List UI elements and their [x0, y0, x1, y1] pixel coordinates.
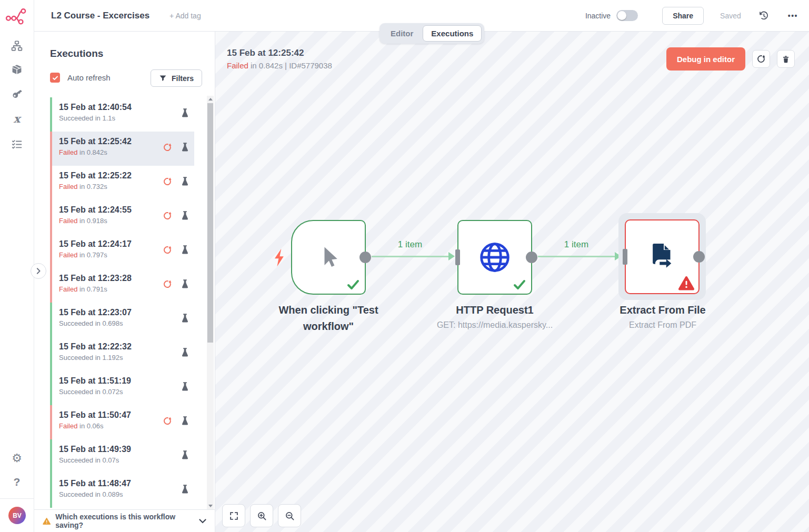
panel-collapse-button[interactable]: [31, 263, 46, 279]
execution-duration: in 0.797s: [79, 251, 107, 259]
workflow-canvas[interactable]: 15 Feb at 12:25:42 Failed in 0.842s | ID…: [215, 32, 809, 532]
retry-icon[interactable]: [163, 245, 172, 255]
canvas-controls: [222, 504, 301, 527]
node-label: When clicking "Test workflow": [255, 302, 402, 335]
debug-in-editor-button[interactable]: Debug in editor: [666, 47, 745, 71]
execution-item[interactable]: 15 Feb at 12:23:07 Succeeded in 0.698s: [50, 303, 194, 337]
debug-flask-icon[interactable]: [181, 279, 189, 289]
settings-button[interactable]: ⚙: [0, 453, 34, 464]
execution-duration: in 1.1s: [95, 114, 115, 122]
debug-flask-icon[interactable]: [181, 177, 189, 186]
execution-status: Succeeded: [59, 490, 93, 498]
execution-status: Failed: [59, 217, 77, 225]
execution-status: Failed: [59, 148, 77, 156]
execution-duration: in 0.918s: [79, 217, 107, 225]
execution-item[interactable]: 15 Feb at 12:40:54 Succeeded in 1.1s: [50, 97, 194, 132]
filters-button[interactable]: Filters: [151, 69, 202, 87]
execution-item[interactable]: 15 Feb at 12:23:28 Failed in 0.791s: [50, 268, 194, 303]
retry-icon[interactable]: [163, 177, 172, 186]
help-button[interactable]: ?: [0, 476, 34, 487]
retry-icon[interactable]: [163, 416, 172, 426]
execution-duration: in 0.089s: [95, 490, 123, 498]
activation-toggle[interactable]: [616, 10, 638, 21]
delete-execution-button[interactable]: [777, 50, 795, 68]
connection-line: [538, 256, 615, 257]
node-manual-trigger[interactable]: [291, 220, 366, 295]
execution-item[interactable]: 15 Feb at 12:24:17 Failed in 0.797s: [50, 234, 194, 268]
node-name: Extract From File: [589, 302, 736, 318]
zoom-in-button[interactable]: [250, 504, 273, 527]
zoom-to-fit-button[interactable]: [222, 504, 245, 527]
retry-icon[interactable]: [163, 279, 172, 289]
scroll-up-arrow[interactable]: [207, 96, 214, 103]
zoom-out-button[interactable]: [278, 504, 301, 527]
output-connector: [526, 252, 537, 263]
share-button[interactable]: Share: [662, 7, 704, 25]
variables-icon: x: [14, 113, 21, 124]
debug-flask-icon[interactable]: [181, 348, 189, 357]
success-check-icon: [347, 279, 359, 290]
app-sidebar: x ⚙ ? BV: [0, 0, 34, 532]
executions-list: 15 Feb at 12:40:54 Succeeded in 1.1s 15 …: [50, 97, 194, 509]
sidebar-item-all-executions[interactable]: [0, 138, 34, 150]
connection-arrow-icon: [448, 252, 455, 260]
executions-scrollbar[interactable]: [207, 96, 214, 509]
auto-refresh-checkbox[interactable]: Auto refresh: [50, 73, 111, 83]
add-tag-button[interactable]: + Add tag: [169, 12, 201, 20]
node-http-request[interactable]: [457, 220, 532, 295]
debug-flask-icon[interactable]: [181, 382, 189, 392]
output-connector: [359, 252, 371, 263]
retry-icon: [756, 54, 766, 64]
retry-icon[interactable]: [163, 143, 172, 152]
run-timestamp: 15 Feb at 12:25:42: [227, 48, 332, 58]
history-icon[interactable]: [758, 11, 769, 21]
execution-status: Succeeded: [59, 319, 93, 327]
user-avatar[interactable]: BV: [8, 507, 26, 524]
sidebar-item-workflows[interactable]: [0, 40, 34, 52]
sidebar-item-templates[interactable]: [0, 64, 34, 75]
debug-flask-icon[interactable]: [181, 314, 189, 323]
debug-flask-icon[interactable]: [181, 143, 189, 152]
node-label: Extract From File Extract From PDF: [589, 302, 736, 332]
execution-status: Failed: [59, 285, 77, 293]
tab-executions[interactable]: Executions: [423, 25, 482, 42]
execution-status: Succeeded: [59, 114, 93, 122]
auto-refresh-label: Auto refresh: [67, 73, 111, 82]
error-warning-icon: [678, 276, 695, 290]
n8n-logo-icon[interactable]: [5, 7, 29, 26]
chevron-down-icon: [199, 519, 206, 524]
sidebar-item-credentials[interactable]: [0, 88, 34, 99]
filters-label: Filters: [172, 74, 194, 83]
execution-item[interactable]: 15 Feb at 12:25:22 Failed in 0.732s: [50, 166, 194, 200]
execution-item[interactable]: 15 Feb at 12:22:32 Succeeded in 1.192s: [50, 337, 194, 371]
more-options-icon[interactable]: •••: [788, 12, 798, 20]
debug-flask-icon[interactable]: [181, 450, 189, 460]
workflow-title[interactable]: L2 Course - Excercises: [51, 11, 149, 21]
scrollbar-thumb[interactable]: [207, 103, 213, 343]
execution-item[interactable]: 15 Feb at 11:49:39 Succeeded in 0.07s: [50, 439, 194, 474]
node-name: HTTP Request1: [421, 302, 568, 318]
executions-panel: Executions Auto refresh Filters 15 Feb a…: [34, 32, 215, 532]
executions-saving-info[interactable]: Which executions is this workflow saving…: [34, 509, 215, 532]
debug-flask-icon[interactable]: [181, 211, 189, 220]
retry-icon[interactable]: [163, 211, 172, 220]
execution-status: Failed: [59, 251, 77, 259]
scroll-down-arrow[interactable]: [207, 503, 214, 509]
debug-flask-icon[interactable]: [181, 485, 189, 494]
activation-status-label: Inactive: [585, 12, 611, 20]
execution-item[interactable]: 15 Feb at 11:50:47 Failed in 0.06s: [50, 405, 194, 439]
node-extract-from-file[interactable]: [625, 219, 700, 294]
execution-item[interactable]: 15 Feb at 12:24:55 Failed in 0.918s: [50, 200, 194, 234]
sidebar-divider: [0, 498, 34, 499]
debug-flask-icon[interactable]: [181, 245, 189, 255]
connection-items-label: 1 item: [373, 239, 447, 250]
execution-item[interactable]: 15 Feb at 11:48:47 Succeeded in 0.089s: [50, 474, 194, 508]
debug-flask-icon[interactable]: [181, 416, 189, 426]
execution-time: 15 Feb at 12:22:32: [59, 342, 194, 352]
sidebar-item-variables[interactable]: x: [0, 113, 34, 124]
execution-item-selected[interactable]: 15 Feb at 12:25:42 Failed in 0.842s: [50, 132, 194, 166]
tab-editor[interactable]: Editor: [382, 25, 422, 42]
execution-item[interactable]: 15 Feb at 11:51:19 Succeeded in 0.072s: [50, 371, 194, 405]
retry-execution-button[interactable]: [752, 50, 770, 68]
debug-flask-icon[interactable]: [181, 108, 189, 118]
